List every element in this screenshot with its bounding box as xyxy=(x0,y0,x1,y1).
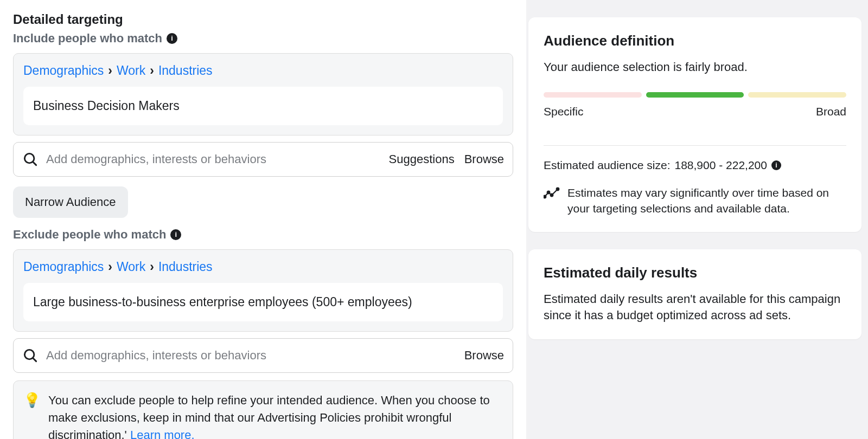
detailed-targeting-heading: Detailed targeting xyxy=(13,12,513,27)
search-icon xyxy=(22,347,39,364)
browse-link[interactable]: Browse xyxy=(464,348,504,363)
audience-summary-text: Your audience selection is fairly broad. xyxy=(544,59,846,76)
detailed-targeting-panel: Detailed targeting Include people who ma… xyxy=(0,0,526,439)
gauge-segment-specific xyxy=(544,92,642,98)
audience-definition-title: Audience definition xyxy=(544,33,846,49)
breadcrumb-demographics[interactable]: Demographics xyxy=(23,260,104,274)
include-subheading-row: Include people who match i xyxy=(13,31,513,46)
audience-definition-card: Audience definition Your audience select… xyxy=(528,17,861,232)
include-search-row[interactable]: Suggestions Browse xyxy=(13,142,513,177)
exclude-subheading: Exclude people who match xyxy=(13,228,166,242)
breadcrumb-industries[interactable]: Industries xyxy=(158,63,213,78)
estimate-variance-text: Estimates may vary significantly over ti… xyxy=(567,185,846,217)
estimated-daily-results-card: Estimated daily results Estimated daily … xyxy=(528,249,861,340)
exclude-search-row[interactable]: Browse xyxy=(13,338,513,373)
include-targeting-block: Demographics › Work › Industries Busines… xyxy=(13,53,513,135)
breadcrumb-separator: › xyxy=(108,63,112,78)
gauge-labels: Specific Broad xyxy=(544,105,846,118)
learn-more-link[interactable]: Learn more. xyxy=(130,428,195,439)
info-icon[interactable]: i xyxy=(771,160,781,170)
gauge-label-broad: Broad xyxy=(816,105,846,118)
svg-point-7 xyxy=(557,188,559,190)
browse-link[interactable]: Browse xyxy=(464,152,504,166)
breadcrumb-demographics[interactable]: Demographics xyxy=(23,63,104,78)
svg-point-4 xyxy=(544,195,546,198)
estimate-variance-note: Estimates may vary significantly over ti… xyxy=(544,185,846,217)
estimated-audience-value: 188,900 - 222,200 xyxy=(674,159,767,172)
svg-point-5 xyxy=(547,191,550,193)
breadcrumb-work[interactable]: Work xyxy=(117,260,145,274)
estimated-audience-row: Estimated audience size: 188,900 - 222,2… xyxy=(544,159,846,172)
exclude-subheading-row: Exclude people who match i xyxy=(13,228,513,242)
svg-line-3 xyxy=(33,358,36,361)
estimated-audience-label: Estimated audience size: xyxy=(544,159,670,172)
suggestions-link[interactable]: Suggestions xyxy=(389,152,455,166)
estimated-daily-text: Estimated daily results aren't available… xyxy=(544,291,846,325)
include-subheading: Include people who match xyxy=(13,31,162,46)
exclusion-tip: 💡 You can exclude people to help refine … xyxy=(13,380,513,439)
tip-text-wrap: You can exclude people to help refine yo… xyxy=(48,392,503,439)
exclude-targeting-block: Demographics › Work › Industries Large b… xyxy=(13,249,513,332)
right-panel: Audience definition Your audience select… xyxy=(526,0,868,439)
breadcrumb-industries[interactable]: Industries xyxy=(158,260,213,274)
breadcrumb-separator: › xyxy=(150,260,154,274)
svg-line-1 xyxy=(33,162,36,165)
breadcrumb-separator: › xyxy=(108,260,112,274)
narrow-audience-button[interactable]: Narrow Audience xyxy=(13,186,128,218)
exclude-breadcrumb: Demographics › Work › Industries xyxy=(23,260,503,274)
breadcrumb-separator: › xyxy=(150,63,154,78)
gauge-label-specific: Specific xyxy=(544,105,584,118)
exclude-selection-chip[interactable]: Large business-to-business enterprise em… xyxy=(23,283,503,321)
card-divider xyxy=(544,145,846,146)
include-breadcrumb: Demographics › Work › Industries xyxy=(23,63,503,78)
gauge-segment-broad xyxy=(748,92,846,98)
include-search-input[interactable] xyxy=(46,152,379,166)
search-icon xyxy=(22,151,39,167)
breadcrumb-work[interactable]: Work xyxy=(117,63,145,78)
info-icon[interactable]: i xyxy=(167,33,177,44)
lightbulb-icon: 💡 xyxy=(23,393,41,407)
exclude-search-input[interactable] xyxy=(46,348,455,363)
gauge-segment-current xyxy=(646,92,744,98)
tip-text: You can exclude people to help refine yo… xyxy=(48,393,490,439)
audience-gauge xyxy=(544,92,846,98)
trend-icon xyxy=(544,187,560,200)
info-icon[interactable]: i xyxy=(170,229,181,240)
estimated-daily-title: Estimated daily results xyxy=(544,264,846,281)
svg-point-6 xyxy=(551,193,553,196)
include-selection-chip[interactable]: Business Decision Makers xyxy=(23,87,503,125)
